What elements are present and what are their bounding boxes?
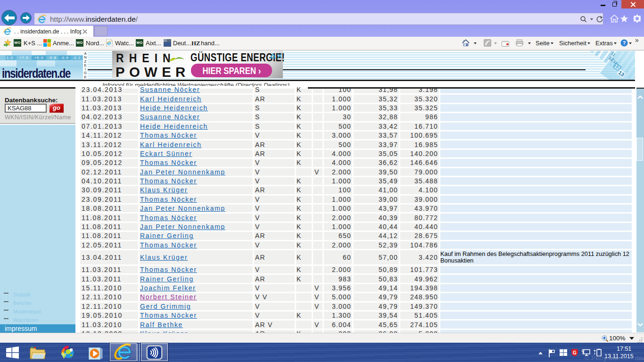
- svg-text:G: G: [573, 350, 577, 355]
- svg-text:?: ?: [623, 40, 626, 46]
